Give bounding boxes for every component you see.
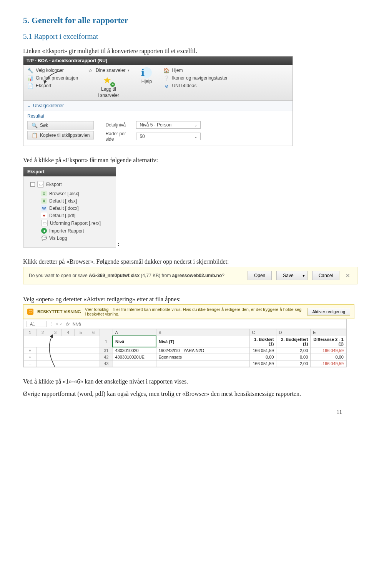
toolbar-hjem[interactable]: 🏠Hjem [163, 67, 228, 73]
col-B[interactable]: B [156, 329, 249, 336]
table-row-header: 1 Nivå Nivå (T) 1. Bokført (1) 2. Budsje… [24, 336, 346, 347]
cell[interactable]: 0,00 [276, 354, 311, 360]
toolbar-label: Ikoner og navigeringstaster [172, 75, 228, 81]
cell[interactable]: 166 051,59 [249, 360, 276, 367]
outline-level-3[interactable]: 3 [49, 329, 62, 336]
save-dropdown-button[interactable]: ▾ [300, 271, 308, 280]
detaljniva-select[interactable]: Nivå 5 - Person⌄ [136, 121, 201, 129]
clipboard-icon: 📋 [32, 132, 38, 138]
cell[interactable]: 190243/I10 - YARA N2O [156, 347, 249, 354]
tree-label: Vis Logg [49, 236, 67, 241]
toolbar-dine-snarveier[interactable]: ☆Dine snarveier▾ [87, 67, 130, 73]
outline-level-4[interactable]: 4 [62, 329, 75, 336]
collapse-icon[interactable]: − [30, 182, 35, 187]
outline-level-2[interactable]: 2 [37, 329, 49, 336]
tree-label: Utforming Rapport [.rerx] [50, 221, 101, 226]
toolbar-hjelp[interactable]: ℹ Hjelp [139, 67, 154, 98]
open-button[interactable]: Open [248, 271, 272, 280]
pdf-icon: ♥ [41, 213, 47, 218]
cell[interactable]: 1. Bokført (1) [249, 336, 276, 347]
aktiver-redigering-button[interactable]: Aktiver redigering [307, 308, 350, 316]
section-utvalgskriterier[interactable]: ⌄ Utvalgskriterier [23, 101, 293, 111]
button-kopier[interactable]: 📋Kopiere til utklippstavlen [27, 131, 94, 140]
cell-reference[interactable]: A1 [27, 321, 47, 327]
tree-item-browser-xlsx[interactable]: XBrowser [.xlsx] [41, 190, 111, 197]
select-value: 50 [140, 134, 145, 139]
formula-bar-value[interactable]: Nivå [73, 322, 81, 326]
section-label: Utvalgskriterier [33, 103, 64, 108]
tree-item-vis-logg[interactable]: 💬Vis Logg [41, 234, 111, 242]
star-plus-icon: ★ [103, 75, 114, 86]
tree-item-default-pdf[interactable]: ♥Default [.pdf] [41, 212, 111, 219]
row-num[interactable]: 31 [100, 347, 113, 354]
toolbar-label: Grafisk presentasjon [36, 75, 78, 81]
download-message: Do you want to open or save AG-369_nm0pu… [29, 273, 243, 278]
expand-icon: ⌄ [27, 103, 31, 108]
toolbar-label: Eksport [36, 83, 52, 88]
outline-level-6[interactable]: 6 [87, 329, 100, 336]
cell[interactable]: Differanse 2 - 1 (1) [311, 336, 346, 347]
chevron-down-icon: ▾ [303, 273, 305, 278]
row-num[interactable]: 43 [100, 360, 113, 367]
cell[interactable]: 0,00 [311, 354, 346, 360]
toolbar-eksport[interactable]: 📄Eksport [27, 83, 78, 89]
col-A[interactable]: A [113, 329, 156, 336]
toolbar-grafisk[interactable]: 📊Grafisk presentasjon [27, 75, 78, 81]
tree-item-default-xlsx[interactable]: XDefault [.xlsx] [41, 197, 111, 204]
toolbar-label: i snarveier [98, 93, 119, 98]
cell[interactable]: 4303010020 [113, 347, 156, 354]
outline-expand[interactable]: + [24, 347, 37, 354]
excel-grid[interactable]: 1 2 3 4 5 6 A B C D E 1 Nivå Nivå (T) 1.… [23, 329, 346, 367]
cell[interactable] [113, 360, 156, 367]
row-num[interactable]: 42 [100, 354, 113, 360]
tree-item-default-docx[interactable]: WDefault [.docx] [41, 204, 111, 212]
cell[interactable]: Egeninnsats [156, 354, 249, 360]
save-button[interactable]: Save [276, 271, 300, 280]
outline-level-5[interactable]: 5 [75, 329, 87, 336]
cell[interactable] [156, 360, 249, 367]
toolbar-unit4ideas[interactable]: eUNIT4Ideas [163, 83, 228, 89]
excel-icon: X [41, 198, 47, 204]
tree-root-eksport[interactable]: − ▭ Eksport [28, 181, 111, 188]
search-icon: 🔍 [32, 122, 38, 128]
outline-expand[interactable]: + [24, 354, 37, 360]
tree-item-importer[interactable]: ◄Importer Rapport [41, 227, 111, 234]
tree-label: Importer Rapport [49, 228, 84, 234]
button-label: Kopiere til utklippstavlen [40, 133, 90, 138]
screenshot-download-bar: Do you want to open or save AG-369_nm0pu… [23, 267, 357, 284]
export-icon: 📄 [27, 83, 33, 89]
rader-select[interactable]: 50⌄ [136, 133, 201, 140]
cell[interactable]: 2,00 [276, 347, 311, 354]
screenshot-protected-view: 🛡 BESKYTTET VISNING Vær forsiktig – file… [23, 304, 354, 319]
cell[interactable]: 2. Budsjettert (1) [276, 336, 311, 347]
cell[interactable]: -166 049,59 [311, 360, 346, 367]
toolbar-velg-kolonner[interactable]: 🔧Velg kolonner [27, 67, 78, 73]
cell[interactable]: 166 051,59 [249, 347, 276, 354]
cell[interactable]: 4303010020UE [113, 354, 156, 360]
toolbar-label: Velg kolonner [36, 68, 64, 73]
col-D[interactable]: D [276, 329, 311, 336]
outline-collapse[interactable]: – [24, 360, 37, 367]
cell[interactable]: -166 049,59 [311, 347, 346, 354]
toolbar-label: Hjem [172, 68, 183, 73]
select-value: Nivå 5 - Person [140, 122, 171, 128]
paragraph-ovrig: Øvrige rapportformat (word, pdf) kan ogs… [23, 390, 346, 397]
cell[interactable]: 2,00 [276, 360, 311, 367]
toolbar-legg-til-snarveier[interactable]: ★ Legg til i snarveier [87, 75, 130, 98]
row-num[interactable]: 1 [100, 336, 113, 347]
chart-icon: 📊 [27, 75, 33, 81]
outline-level-1[interactable]: 1 [24, 329, 37, 336]
cell[interactable]: 0,00 [249, 354, 276, 360]
col-E[interactable]: E [311, 329, 346, 336]
button-sok[interactable]: 🔍Søk [27, 121, 94, 130]
close-icon[interactable]: ✕ [344, 272, 352, 279]
cancel-button[interactable]: Cancel [312, 271, 339, 280]
cell[interactable]: Nivå (T) [156, 336, 249, 347]
shield-icon: 🛡 [27, 309, 33, 315]
toolbar-label: Legg til [101, 86, 116, 92]
button-label: Søk [40, 123, 48, 128]
tree-item-utforming-rerx[interactable]: ▭Utforming Rapport [.rerx] [41, 219, 111, 227]
toolbar-ikoner-nav[interactable]: ❔Ikoner og navigeringstaster [163, 75, 228, 81]
col-C[interactable]: C [249, 329, 276, 336]
cell[interactable]: Nivå [113, 336, 156, 347]
